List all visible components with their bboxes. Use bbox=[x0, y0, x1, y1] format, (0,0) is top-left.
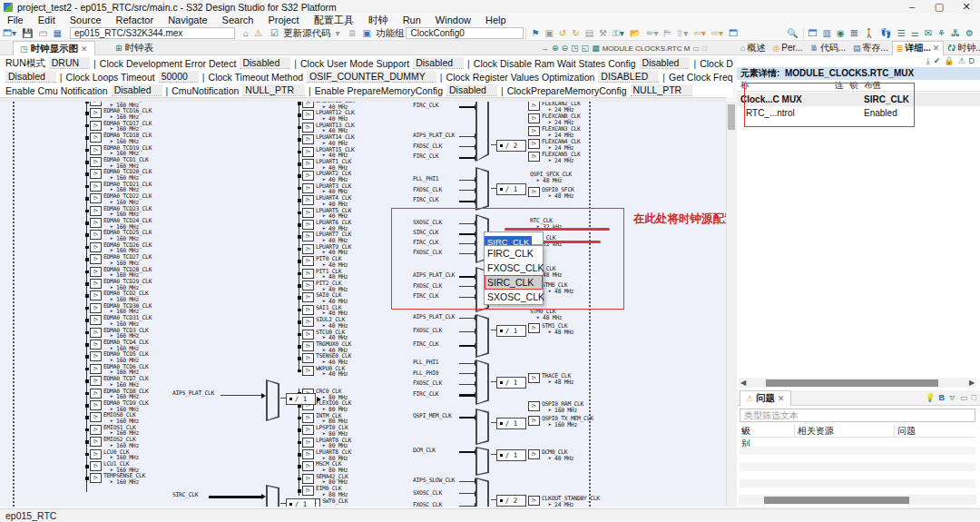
clock-output-FLEXCAN2_CLK[interactable]: ▷FLEXCAN2_CLK➤ 24 MHz bbox=[528, 102, 581, 113]
check-icon[interactable]: ✔ bbox=[934, 56, 941, 67]
clock-item-SIUL2_CLK[interactable]: ▷SIUL2_CLK➤ 40 MHz bbox=[302, 317, 348, 329]
clock-item-SAI1_CLK[interactable]: ▷SAI1_CLK➤ 40 MHz bbox=[302, 305, 348, 317]
tab-clock-table[interactable]: ⊞ 时钟表 bbox=[109, 41, 160, 55]
forward-icon[interactable]: ⇨▾ bbox=[709, 28, 726, 38]
menu-item-Navigate[interactable]: Navigate bbox=[161, 15, 214, 25]
maximize-icon[interactable]: □ bbox=[702, 44, 707, 53]
config-value[interactable]: 50000 bbox=[159, 71, 199, 83]
clock-item-EDMA0_TCD6_CLK[interactable]: ▷EDMA0_TCD6_CLK➤ 160 MHz bbox=[90, 364, 149, 376]
clock-item-EDMA0_TCD22_CLK[interactable]: ▷EDMA0_TCD22_CLK➤ 160 MHz bbox=[90, 193, 152, 205]
config-value[interactable]: NULL_PTR bbox=[242, 84, 305, 96]
clock-item-PIT2_CLK[interactable]: ▷PIT2_CLK➤ 40 MHz bbox=[302, 281, 348, 292]
diagram-zoom-out-icon[interactable]: ⊖ bbox=[562, 44, 569, 53]
list-icon[interactable]: ☰ bbox=[895, 28, 908, 38]
mux-shape[interactable] bbox=[266, 379, 279, 421]
clock-item-WKPU0_CLK[interactable]: ▷WKPU0_CLK➤ 40 MHz bbox=[302, 366, 348, 378]
update-source-button[interactable]: ☑ 更新源代码 ▾ bbox=[265, 27, 346, 40]
tree-icon[interactable]: ⚘ bbox=[935, 28, 948, 38]
minimize-icon[interactable]: ▭ bbox=[960, 393, 968, 402]
close-icon[interactable]: ✕ bbox=[778, 394, 785, 403]
problems-filter-input[interactable]: 类型筛选文本 bbox=[740, 409, 975, 422]
menu-item-File[interactable]: File bbox=[0, 15, 31, 25]
scroll-right-icon[interactable]: ▶ bbox=[967, 378, 976, 388]
debug-icon[interactable]: ▥ bbox=[820, 28, 834, 38]
details-horizontal-scrollbar[interactable]: ◀ ▶ bbox=[739, 378, 976, 388]
up-arrow-icon[interactable]: ⇧▾ bbox=[673, 28, 691, 38]
lightbulb-icon[interactable]: 💡 bbox=[925, 393, 935, 402]
config-value[interactable]: Disabled bbox=[5, 71, 56, 83]
clock-item-LPUART0_CLK[interactable]: ▷LPUART0_CLK➤ 80 MHz bbox=[302, 438, 351, 449]
col-resource[interactable]: 相关资源 bbox=[798, 425, 834, 438]
mux-shape[interactable] bbox=[475, 409, 489, 445]
clock-output-FLEXCAN3_CLK[interactable]: ▷FLEXCAN3_CLK➤ 24 MHz bbox=[528, 126, 581, 138]
clock-item-EDMA0_TCD24_CLK[interactable]: ▷EDMA0_TCD24_CLK➤ 160 MHz bbox=[90, 218, 152, 230]
compare-icon[interactable]: ▤ bbox=[583, 28, 596, 38]
copy-icon[interactable]: 🗎 bbox=[345, 28, 359, 38]
tab-代码...[interactable]: 🗎代码... bbox=[807, 41, 849, 55]
pin-editor-icon[interactable]: ▦ bbox=[51, 28, 64, 38]
dropdown-option-SIRC_CLK[interactable]: SIRC_CLK bbox=[485, 275, 543, 290]
clock-item-EDMA0_TCD3_CLK[interactable]: ▷EDMA0_TCD3_CLK➤ 160 MHz bbox=[90, 328, 149, 340]
diagram-fit-icon[interactable]: ◳ bbox=[571, 44, 579, 53]
clock-item-EDMA0_TCD30_CLK[interactable]: ▷EDMA0_TCD30_CLK➤ 160 MHz bbox=[90, 303, 152, 315]
dropdown-option-FXOSC_CLK[interactable]: FXOSC_CLK bbox=[485, 261, 543, 275]
clock-item-LPUART9_CLK[interactable]: ▷LPUART9_CLK➤ 40 MHz bbox=[302, 244, 351, 256]
rtc-mux-dropdown-list[interactable]: FIRC_CLKFXOSC_CLKSIRC_CLKSXOSC_CLK bbox=[484, 245, 544, 305]
save-all-icon[interactable]: 🗃 bbox=[36, 28, 51, 38]
config-value[interactable]: NULL_PTR bbox=[631, 84, 693, 96]
clock-item-LPUART4_CLK[interactable]: ▷LPUART4_CLK➤ 40 MHz bbox=[302, 195, 351, 207]
mail-icon[interactable]: ✉ bbox=[922, 28, 935, 38]
diagram-grid-icon[interactable]: ▦ bbox=[592, 44, 600, 53]
new-wizard-icon[interactable]: 🗔▾ bbox=[0, 28, 19, 38]
clock-item-EDMA0_TCD18_CLK[interactable]: ▷EDMA0_TCD18_CLK➤ 160 MHz bbox=[90, 133, 152, 144]
close-icon[interactable]: ✕ bbox=[933, 44, 940, 53]
pins-icon[interactable]: 𝌆 bbox=[848, 28, 861, 38]
d-icon[interactable]: D bbox=[969, 56, 975, 67]
key-icon[interactable]: ⚿▾ bbox=[610, 28, 627, 39]
clock-output-QSPI0_RAM_CLK[interactable]: ▷QSPI0_RAM_CLK➤ 160 MHz bbox=[528, 401, 583, 413]
mex-path-field[interactable]: ep015_RTC/S32K344.mex bbox=[70, 27, 235, 39]
clock-item-EDMA0_TCD8_CLK[interactable]: ▷EDMA0_TCD8_CLK➤ 160 MHz bbox=[90, 389, 149, 400]
config-value[interactable]: DISABLED bbox=[598, 71, 659, 83]
flag-icon[interactable]: ⚑ bbox=[528, 28, 542, 38]
menu-item-Edit[interactable]: Edit bbox=[31, 15, 63, 25]
tab-详细...[interactable]: ≣详细...✕ bbox=[892, 41, 944, 55]
dropdown-option-SXOSC_CLK[interactable]: SXOSC_CLK bbox=[485, 290, 543, 304]
clock-item-PIT0_CLK[interactable]: ▷PIT0_CLK➤ 40 MHz bbox=[302, 256, 348, 268]
clock-item-SEMA42_CLK[interactable]: ▷SEMA42_CLK➤ 80 MHz bbox=[302, 474, 348, 486]
clock-item-EMIOS0_CLK[interactable]: ▷EMIOS0_CLK➤ 160 MHz bbox=[90, 412, 139, 424]
rtc-mux-combobox[interactable]: SIRC_CLK bbox=[484, 231, 544, 245]
mux-shape[interactable] bbox=[475, 314, 489, 358]
maximize-button[interactable]: ▢ bbox=[926, 1, 953, 13]
clock-item-EDMA0_TCD5_CLK[interactable]: ▷EDMA0_TCD5_CLK➤ 160 MHz bbox=[90, 351, 149, 363]
console-icon[interactable]: ▣ bbox=[542, 28, 555, 38]
menu-item-Window[interactable]: Window bbox=[428, 15, 478, 25]
clock-item-SAI0_CLK[interactable]: ▷SAI0_CLK➤ 40 MHz bbox=[302, 292, 348, 304]
clock-item-EDMA0_TCD26_CLK[interactable]: ▷EDMA0_TCD26_CLK➤ 160 MHz bbox=[90, 242, 152, 254]
clock-item-LPUART2_CLK[interactable]: ▷LPUART2_CLK➤ 40 MHz bbox=[302, 171, 351, 182]
clock-output-QSPI_SFCK_CLK[interactable]: QSPI_SFCK_CLK➤ 48 MHz bbox=[528, 172, 572, 183]
canvas-vertical-scrollbar[interactable] bbox=[728, 104, 735, 130]
clock-item-LPUART15_CLK[interactable]: ▷LPUART15_CLK➤ 40 MHz bbox=[302, 147, 355, 159]
config-value[interactable]: DRUN bbox=[49, 57, 90, 69]
clock-output-QSPI0_SFCK[interactable]: ▷QSPI0_SFCK➤ 48 MHz bbox=[528, 187, 573, 199]
clock-output-FLEXCAN5_CLK[interactable]: ▷FLEXCAN5_CLK➤ 24 MHz bbox=[528, 152, 581, 163]
minimize-icon[interactable]: ▭ bbox=[692, 44, 700, 53]
maximize-icon[interactable]: □ bbox=[972, 393, 976, 402]
mark-icon[interactable]: ⛿ bbox=[662, 28, 673, 39]
pin-icon[interactable]: ⤓ bbox=[926, 56, 930, 67]
perspective-icon[interactable]: 🗖 bbox=[806, 28, 820, 38]
config-value[interactable]: Disabled bbox=[640, 57, 691, 69]
config-value[interactable]: Disabled bbox=[413, 57, 464, 69]
scroll-left-icon[interactable]: ◀ bbox=[739, 378, 748, 388]
minimize-button[interactable]: – bbox=[898, 1, 926, 13]
undo-icon[interactable]: ↺ bbox=[556, 28, 569, 38]
dropdown-option-FIRC_CLK[interactable]: FIRC_CLK bbox=[485, 246, 543, 261]
clock-item-LCU1_CLK[interactable]: ▷LCU1_CLK➤ 160 MHz bbox=[90, 461, 139, 473]
menu-item-Help[interactable]: Help bbox=[478, 15, 514, 25]
wand-icon[interactable]: ✏▾ bbox=[643, 28, 661, 38]
tab-概述[interactable]: ⌂概述 bbox=[737, 41, 769, 55]
mux-shape[interactable] bbox=[475, 359, 489, 405]
clock-item-EDMA0_TCD20_CLK[interactable]: ▷EDMA0_TCD20_CLK➤ 160 MHz bbox=[90, 169, 152, 181]
clock-item-EDMA0_TCD28_CLK[interactable]: ▷EDMA0_TCD28_CLK➤ 160 MHz bbox=[90, 267, 152, 279]
